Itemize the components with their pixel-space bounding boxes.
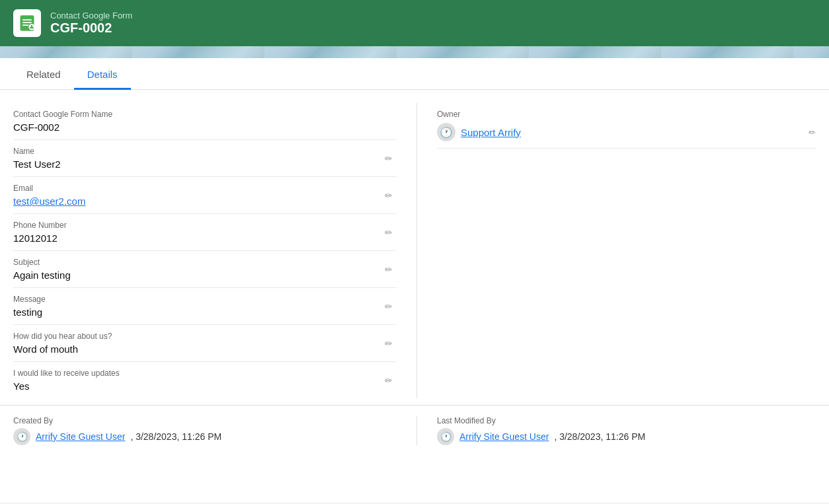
edit-email-icon[interactable]: ✏ [385,190,393,201]
field-updates: I would like to receive updates Yes ✏ [13,362,397,398]
last-modified-avatar: 🕐 [437,428,454,445]
value-updates: Yes [13,379,397,393]
value-message: testing [13,305,397,319]
edit-subject-icon[interactable]: ✏ [385,264,393,275]
edit-name-icon[interactable]: ✏ [385,153,393,164]
last-modified-row: 🕐 Arrify Site Guest User , 3/28/2023, 11… [437,428,816,445]
label-cgf-name: Contact Google Form Name [13,110,397,119]
svg-rect-3 [22,24,28,26]
field-name: Name Test User2 ✏ [13,140,397,177]
value-email[interactable]: test@user2.com [13,194,397,208]
svg-rect-6 [30,27,34,28]
created-by-section: Created By 🕐 Arrify Site Guest User , 3/… [13,416,416,445]
owner-row: 🕐 Support Arrify ✏ [437,123,816,141]
right-column: Owner 🕐 Support Arrify ✏ [416,103,816,398]
svg-rect-2 [22,22,32,23]
last-modified-avatar-icon: 🕐 [440,431,452,442]
main-content: Related Details Contact Google Form Name… [0,58,829,503]
created-by-avatar-icon: 🕐 [17,431,28,442]
last-modified-label: Last Modified By [437,416,816,425]
tab-bar: Related Details [0,58,829,90]
label-message: Message [13,295,397,304]
value-cgf-name: CGF-0002 [13,120,397,134]
value-name: Test User2 [13,157,397,171]
tab-related[interactable]: Related [13,58,74,90]
label-how-heard: How did you hear about us? [13,332,397,341]
field-message: Message testing ✏ [13,288,397,325]
label-updates: I would like to receive updates [13,369,397,378]
svg-rect-1 [22,19,32,20]
edit-phone-icon[interactable]: ✏ [385,227,393,238]
value-how-heard: Word of mouth [13,342,397,356]
left-column: Contact Google Form Name CGF-0002 Name T… [13,103,416,398]
field-how-heard: How did you hear about us? Word of mouth… [13,325,397,362]
owner-edit-icon[interactable]: ✏ [809,127,816,137]
field-subject: Subject Again testing ✏ [13,251,397,288]
created-by-label: Created By [13,416,397,425]
bottom-section: Created By 🕐 Arrify Site Guest User , 3/… [0,405,829,456]
edit-how-heard-icon[interactable]: ✏ [385,338,393,349]
value-subject: Again testing [13,268,397,282]
owner-name[interactable]: Support Arrify [461,127,521,138]
value-phone: 12012012 [13,231,397,245]
edit-message-icon[interactable]: ✏ [385,301,393,312]
field-cgf-name: Contact Google Form Name CGF-0002 [13,103,397,140]
owner-avatar: 🕐 [437,123,455,141]
label-email: Email [13,184,397,193]
tab-details[interactable]: Details [74,58,131,90]
header-subtitle: Contact Google Form [50,11,132,20]
detail-content: Contact Google Form Name CGF-0002 Name T… [0,90,829,398]
created-by-avatar: 🕐 [13,428,30,445]
field-phone: Phone Number 12012012 ✏ [13,214,397,251]
last-modified-date: , 3/28/2023, 11:26 PM [554,431,645,442]
edit-updates-icon[interactable]: ✏ [385,375,393,386]
label-phone: Phone Number [13,221,397,230]
owner-section: Owner 🕐 Support Arrify ✏ [437,103,816,149]
owner-label: Owner [437,110,816,119]
label-subject: Subject [13,258,397,267]
decorative-band [0,46,829,58]
app-icon [13,9,41,37]
header-text-group: Contact Google Form CGF-0002 [50,11,132,36]
created-by-date: , 3/28/2023, 11:26 PM [130,431,221,442]
page-header: Contact Google Form CGF-0002 [0,0,829,46]
last-modified-section: Last Modified By 🕐 Arrify Site Guest Use… [416,416,816,445]
created-by-row: 🕐 Arrify Site Guest User , 3/28/2023, 11… [13,428,397,445]
created-by-name[interactable]: Arrify Site Guest User [36,431,125,442]
last-modified-name[interactable]: Arrify Site Guest User [459,431,549,442]
label-name: Name [13,147,397,156]
owner-avatar-icon: 🕐 [440,126,453,139]
header-title: CGF-0002 [50,20,132,36]
field-email: Email test@user2.com ✏ [13,177,397,214]
